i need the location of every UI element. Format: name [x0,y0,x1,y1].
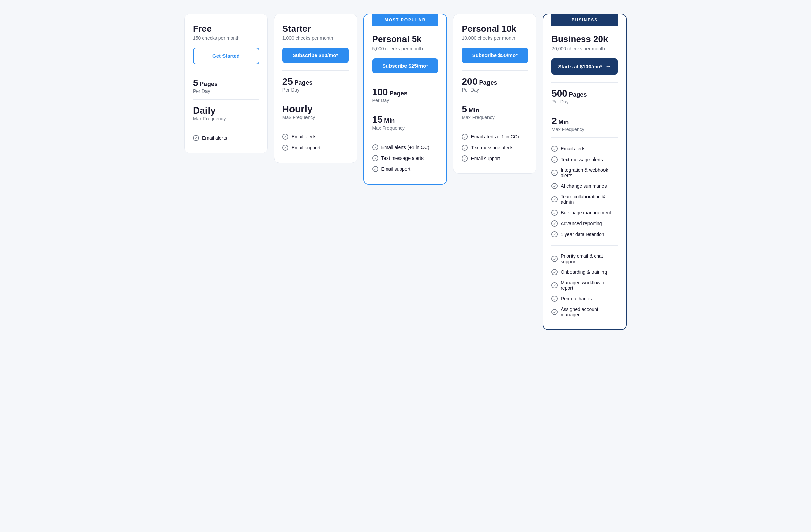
feature-item: ✓ Remote hands [551,293,618,304]
divider [462,125,528,126]
freq-label: Max Frequency [462,115,528,120]
divider [551,82,618,83]
subscribe-button[interactable]: Subscribe $50/mo* [462,48,528,63]
feature-label: Assigned account manager [561,306,618,317]
divider [282,98,349,98]
freq-label: Max Frequency [282,115,349,120]
feature-label: Integration & webhook alerts [561,167,618,178]
feature-item: ✓ Email alerts [193,133,259,143]
plan-checks: 150 checks per month [193,35,259,41]
pages-label: Pages [389,90,408,96]
pricing-container: Free150 checks per monthGet Started 5 Pa… [184,14,627,330]
feature-item: ✓ Email support [282,142,349,153]
feature-item: ✓ AI change summaries [551,181,618,192]
check-icon: ✓ [551,183,557,189]
feature-item: ✓ Onboarding & training [551,267,618,277]
divider [551,137,618,138]
feature-item: ✓ Text message alerts [462,142,528,153]
feature-label: Text message alerts [471,145,513,150]
freq-value: 5 [462,104,467,114]
check-icon: ✓ [462,155,468,162]
freq-stat: 15 Min Max Frequency [372,114,439,131]
freq-value: Daily [193,105,216,116]
freq-value: 2 [551,116,557,126]
freq-stat: Hourly Max Frequency [282,104,349,120]
feature-item: ✓ Assigned account manager [551,304,618,320]
pages-stat: 5 Pages Per Day [193,78,259,94]
feature-item: ✓ Priority email & chat support [551,251,618,267]
freq-label: Max Frequency [193,116,259,121]
plan-card-personal5k: MOST POPULARPersonal 5k5,000 checks per … [363,14,447,185]
freq-stat: Daily Max Frequency [193,105,259,121]
pages-label: Pages [200,81,218,88]
subscribe-button[interactable]: Starts at $100/mo* → [551,58,618,75]
feature-label: Email alerts [561,146,585,151]
pages-sub: Per Day [372,97,439,103]
check-icon: ✓ [372,144,378,150]
feature-label: Managed workflow or report [561,280,618,291]
check-icon: ✓ [193,135,199,141]
arrow-icon: → [605,63,611,70]
pages-value: 500 [551,88,567,98]
feature-label: Text message alerts [381,155,424,161]
pages-label: Pages [569,91,587,98]
subscribe-button[interactable]: Subscribe $10/mo* [282,48,349,63]
plan-name: Free [193,24,259,34]
freq-stat: 5 Min Max Frequency [462,104,528,120]
pages-stat: 100 Pages Per Day [372,87,439,103]
plan-card-free: Free150 checks per monthGet Started 5 Pa… [184,14,268,153]
feature-label: 1 year data retention [561,232,604,237]
subscribe-button[interactable]: Subscribe $25/mo* [372,58,439,74]
pages-stat: 200 Pages Per Day [462,76,528,92]
plan-badge: BUSINESS [551,14,618,26]
subscribe-button[interactable]: Get Started [193,48,259,64]
feature-label: Email support [381,166,411,172]
divider [462,98,528,98]
divider [193,72,259,72]
check-icon: ✓ [551,269,557,275]
feature-label: AI change summaries [561,183,607,189]
check-icon: ✓ [551,170,557,176]
divider [551,110,618,110]
feature-item: ✓ Text message alerts [551,154,618,165]
feature-label: Onboarding & training [561,269,607,275]
plan-checks: 5,000 checks per month [372,46,439,51]
pages-sub: Per Day [193,89,259,94]
feature-item: ✓ 1 year data retention [551,229,618,240]
pages-sub: Per Day [462,87,528,92]
feature-label: Advanced reporting [561,221,602,226]
pages-stat: 500 Pages Per Day [551,88,618,104]
check-icon: ✓ [551,156,557,163]
divider [282,71,349,71]
plan-card-personal10k: Personal 10k10,000 checks per monthSubsc… [453,14,536,174]
plan-name: Business 20k [551,34,618,45]
freq-label: Max Frequency [372,125,439,131]
freq-value: Hourly [282,104,312,114]
check-icon: ✓ [372,155,378,161]
feature-item: ✓ Email alerts (+1 in CC) [462,131,528,142]
divider [372,136,439,136]
feature-item: ✓ Integration & webhook alerts [551,165,618,181]
pages-label: Pages [479,79,498,86]
feature-label: Bulk page management [561,210,611,215]
pages-value: 100 [372,87,388,97]
divider [193,99,259,100]
feature-label: Email support [471,156,500,161]
freq-stat: 2 Min Max Frequency [551,116,618,132]
divider [372,81,439,81]
check-icon: ✓ [551,309,557,315]
freq-value: 15 [372,114,383,125]
check-icon: ✓ [551,196,557,202]
feature-item: ✓ Email support [372,164,439,174]
plan-checks: 1,000 checks per month [282,35,349,41]
divider [551,245,618,246]
feature-item: ✓ Bulk page management [551,207,618,218]
check-icon: ✓ [551,295,557,302]
feature-item: ✓ Team collaboration & admin [551,192,618,207]
feature-label: Email alerts (+1 in CC) [471,134,519,139]
feature-item: ✓ Text message alerts [372,153,439,164]
feature-item: ✓ Advanced reporting [551,218,618,229]
check-icon: ✓ [462,145,468,151]
pages-value: 25 [282,76,293,87]
freq-label: Max Frequency [551,126,618,132]
